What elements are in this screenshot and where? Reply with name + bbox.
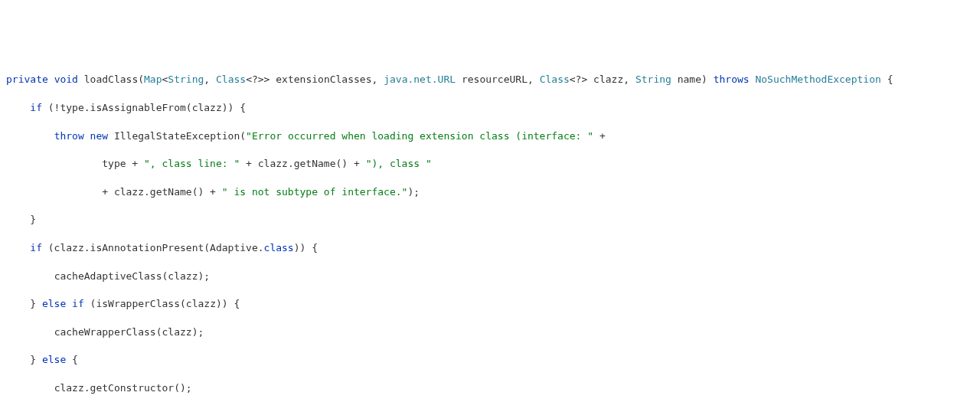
keyword: void (54, 74, 78, 85)
type: NoSuchMethodException (755, 74, 880, 85)
code-text: (!type.isAssignableFrom(clazz)) { (48, 102, 246, 113)
code-text: cacheAdaptiveClass(clazz); (54, 270, 211, 282)
code-text: clazz.getConstructor(); (54, 382, 192, 394)
type: Class (216, 74, 246, 85)
code-text: } (30, 214, 36, 225)
param: clazz (593, 74, 623, 85)
type: Class (540, 74, 570, 85)
code-line: } (6, 213, 974, 227)
keyword: if (30, 102, 42, 113)
param: extensionClasses (276, 74, 371, 85)
type: String (635, 74, 671, 85)
code-line: if (clazz.isAnnotationPresent(Adaptive.c… (6, 241, 974, 255)
param: name (678, 74, 701, 85)
code-text: + clazz.getName() + (240, 158, 365, 169)
code-line: cacheWrapperClass(clazz); (6, 325, 974, 339)
code-text: )) { (294, 242, 318, 253)
code-line: } else { (6, 353, 974, 367)
code-line: clazz.getConstructor(); (6, 381, 974, 395)
method-name: loadClass (84, 74, 138, 85)
code-text: ); (407, 186, 420, 198)
type: IllegalStateException (114, 130, 240, 142)
string: ", class line: " (144, 158, 240, 169)
keyword: if (30, 242, 42, 253)
code-text: + clazz.getName() + (102, 186, 222, 198)
type: Map (144, 74, 162, 85)
code-line: + clazz.getName() + " is not subtype of … (6, 185, 974, 199)
string: "), class " (366, 158, 432, 169)
code-line: cacheAdaptiveClass(clazz); (6, 270, 974, 283)
keyword: throw (54, 130, 84, 142)
code-line: type + ", class line: " + clazz.getName(… (6, 157, 974, 171)
param: resourceURL (462, 74, 528, 85)
keyword: else (42, 354, 66, 365)
type: String (168, 74, 204, 85)
keyword: throws (714, 74, 750, 85)
type: java.net.URL (384, 74, 456, 85)
code-text: type + (102, 158, 144, 169)
code-line: private void loadClass(Map<String, Class… (6, 73, 974, 87)
keyword: private (6, 74, 48, 85)
code-text: cacheWrapperClass(clazz); (54, 326, 204, 338)
code-line: throw new IllegalStateException("Error o… (6, 129, 974, 143)
keyword: if (72, 298, 84, 309)
keyword: class (264, 242, 294, 253)
string: " is not subtype of interface." (222, 186, 408, 198)
string: "Error occurred when loading extension c… (246, 130, 593, 142)
code-editor[interactable]: private void loadClass(Map<String, Class… (6, 59, 974, 402)
keyword: new (90, 130, 108, 142)
code-line: } else if (isWrapperClass(clazz)) { (6, 297, 974, 311)
code-text: (isWrapperClass(clazz)) { (84, 298, 240, 309)
keyword: else (42, 298, 66, 309)
code-text: (clazz.isAnnotationPresent(Adaptive. (42, 242, 264, 253)
code-line: if (!type.isAssignableFrom(clazz)) { (6, 101, 974, 115)
